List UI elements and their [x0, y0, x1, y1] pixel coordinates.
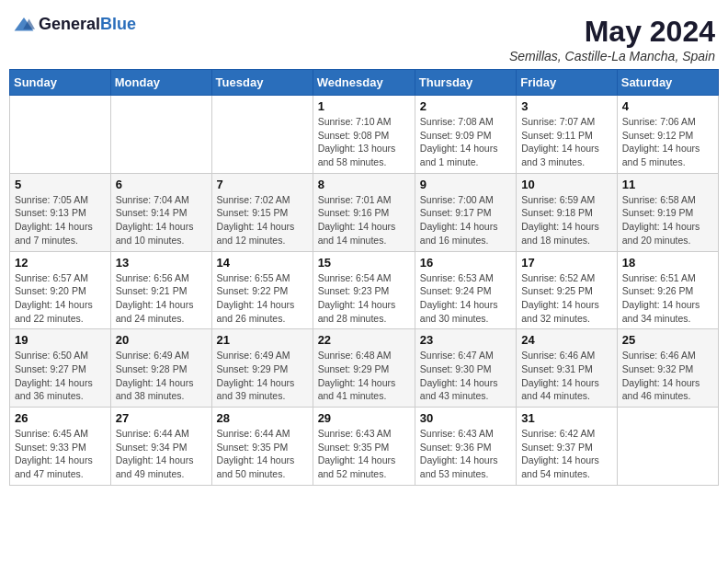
day-number: 19	[15, 333, 106, 347]
logo-text-blue: Blue	[100, 15, 136, 33]
calendar-cell: 13Sunrise: 6:56 AM Sunset: 9:21 PM Dayli…	[110, 251, 211, 329]
weekday-header-thursday: Thursday	[415, 70, 516, 96]
day-info: Sunrise: 6:55 AM Sunset: 9:22 PM Dayligh…	[217, 271, 308, 326]
day-number: 29	[318, 411, 410, 425]
day-number: 30	[420, 411, 511, 425]
calendar-cell: 31Sunrise: 6:42 AM Sunset: 9:37 PM Dayli…	[517, 408, 618, 486]
calendar-cell: 14Sunrise: 6:55 AM Sunset: 9:22 PM Dayli…	[211, 251, 313, 329]
day-number: 23	[420, 333, 511, 347]
logo-icon	[13, 16, 35, 34]
day-number: 9	[420, 178, 511, 191]
month-title: May 2024	[509, 15, 715, 49]
calendar-cell: 1Sunrise: 7:10 AM Sunset: 9:08 PM Daylig…	[313, 96, 415, 174]
day-number: 24	[521, 333, 612, 347]
day-number: 17	[521, 256, 612, 270]
calendar-cell: 10Sunrise: 6:59 AM Sunset: 9:18 PM Dayli…	[517, 173, 618, 251]
day-number: 20	[116, 333, 207, 347]
day-info: Sunrise: 7:08 AM Sunset: 9:09 PM Dayligh…	[420, 115, 511, 169]
day-number: 12	[15, 256, 106, 270]
calendar-cell: 9Sunrise: 7:00 AM Sunset: 9:17 PM Daylig…	[415, 173, 516, 251]
day-info: Sunrise: 7:02 AM Sunset: 9:15 PM Dayligh…	[217, 193, 308, 247]
page-header: GeneralBlue May 2024 Semillas, Castille-…	[9, 9, 719, 63]
day-info: Sunrise: 6:43 AM Sunset: 9:36 PM Dayligh…	[420, 427, 511, 481]
weekday-header-friday: Friday	[517, 70, 618, 96]
weekday-header-saturday: Saturday	[617, 70, 718, 96]
day-number: 15	[318, 256, 410, 270]
calendar-cell: 23Sunrise: 6:47 AM Sunset: 9:30 PM Dayli…	[415, 329, 516, 408]
calendar-week-row: 5Sunrise: 7:05 AM Sunset: 9:13 PM Daylig…	[10, 173, 719, 251]
calendar-cell: 12Sunrise: 6:57 AM Sunset: 9:20 PM Dayli…	[10, 251, 111, 329]
calendar-cell: 20Sunrise: 6:49 AM Sunset: 9:28 PM Dayli…	[110, 329, 211, 408]
day-number: 3	[521, 99, 612, 113]
calendar-cell: 8Sunrise: 7:01 AM Sunset: 9:16 PM Daylig…	[313, 173, 415, 251]
day-info: Sunrise: 7:05 AM Sunset: 9:13 PM Dayligh…	[15, 193, 106, 247]
day-info: Sunrise: 6:49 AM Sunset: 9:28 PM Dayligh…	[116, 349, 207, 403]
calendar-week-row: 19Sunrise: 6:50 AM Sunset: 9:27 PM Dayli…	[10, 329, 719, 408]
day-info: Sunrise: 6:43 AM Sunset: 9:35 PM Dayligh…	[318, 427, 410, 481]
calendar-cell: 25Sunrise: 6:46 AM Sunset: 9:32 PM Dayli…	[617, 329, 718, 408]
day-info: Sunrise: 6:53 AM Sunset: 9:24 PM Dayligh…	[420, 271, 511, 326]
calendar-week-row: 26Sunrise: 6:45 AM Sunset: 9:33 PM Dayli…	[10, 408, 719, 486]
calendar-cell: 11Sunrise: 6:58 AM Sunset: 9:19 PM Dayli…	[617, 173, 718, 251]
day-number: 7	[217, 178, 308, 191]
day-info: Sunrise: 7:10 AM Sunset: 9:08 PM Dayligh…	[318, 115, 410, 169]
calendar-cell: 5Sunrise: 7:05 AM Sunset: 9:13 PM Daylig…	[10, 173, 111, 251]
day-info: Sunrise: 7:07 AM Sunset: 9:11 PM Dayligh…	[521, 115, 612, 169]
weekday-header-tuesday: Tuesday	[211, 70, 313, 96]
calendar-cell: 24Sunrise: 6:46 AM Sunset: 9:31 PM Dayli…	[517, 329, 618, 408]
location-title: Semillas, Castille-La Mancha, Spain	[509, 49, 715, 63]
calendar-cell: 26Sunrise: 6:45 AM Sunset: 9:33 PM Dayli…	[10, 408, 111, 486]
calendar-cell: 19Sunrise: 6:50 AM Sunset: 9:27 PM Dayli…	[10, 329, 111, 408]
calendar-cell: 30Sunrise: 6:43 AM Sunset: 9:36 PM Dayli…	[415, 408, 516, 486]
calendar-week-row: 1Sunrise: 7:10 AM Sunset: 9:08 PM Daylig…	[10, 96, 719, 174]
calendar-cell: 4Sunrise: 7:06 AM Sunset: 9:12 PM Daylig…	[617, 96, 718, 174]
calendar-cell: 22Sunrise: 6:48 AM Sunset: 9:29 PM Dayli…	[313, 329, 415, 408]
day-number: 6	[116, 178, 207, 191]
calendar-cell: 15Sunrise: 6:54 AM Sunset: 9:23 PM Dayli…	[313, 251, 415, 329]
day-info: Sunrise: 6:51 AM Sunset: 9:26 PM Dayligh…	[622, 271, 713, 326]
logo-text-general: General	[39, 15, 100, 33]
weekday-header-wednesday: Wednesday	[313, 70, 415, 96]
day-info: Sunrise: 6:56 AM Sunset: 9:21 PM Dayligh…	[116, 271, 207, 326]
day-info: Sunrise: 6:59 AM Sunset: 9:18 PM Dayligh…	[521, 193, 612, 247]
day-number: 27	[116, 411, 207, 425]
calendar-cell: 18Sunrise: 6:51 AM Sunset: 9:26 PM Dayli…	[617, 251, 718, 329]
calendar-cell: 28Sunrise: 6:44 AM Sunset: 9:35 PM Dayli…	[211, 408, 313, 486]
day-info: Sunrise: 6:50 AM Sunset: 9:27 PM Dayligh…	[15, 349, 106, 403]
calendar-cell: 27Sunrise: 6:44 AM Sunset: 9:34 PM Dayli…	[110, 408, 211, 486]
day-info: Sunrise: 6:54 AM Sunset: 9:23 PM Dayligh…	[318, 271, 410, 326]
calendar-cell	[617, 408, 718, 486]
day-info: Sunrise: 6:44 AM Sunset: 9:35 PM Dayligh…	[217, 427, 308, 481]
day-info: Sunrise: 6:58 AM Sunset: 9:19 PM Dayligh…	[622, 193, 713, 247]
day-info: Sunrise: 6:44 AM Sunset: 9:34 PM Dayligh…	[116, 427, 207, 481]
day-number: 5	[15, 178, 106, 191]
day-info: Sunrise: 6:45 AM Sunset: 9:33 PM Dayligh…	[15, 427, 106, 481]
day-info: Sunrise: 7:00 AM Sunset: 9:17 PM Dayligh…	[420, 193, 511, 247]
calendar-cell: 29Sunrise: 6:43 AM Sunset: 9:35 PM Dayli…	[313, 408, 415, 486]
day-number: 22	[318, 333, 410, 347]
calendar-cell: 7Sunrise: 7:02 AM Sunset: 9:15 PM Daylig…	[211, 173, 313, 251]
day-number: 1	[318, 99, 410, 113]
calendar-cell: 3Sunrise: 7:07 AM Sunset: 9:11 PM Daylig…	[517, 96, 618, 174]
calendar-cell: 21Sunrise: 6:49 AM Sunset: 9:29 PM Dayli…	[211, 329, 313, 408]
day-number: 31	[521, 411, 612, 425]
day-info: Sunrise: 6:49 AM Sunset: 9:29 PM Dayligh…	[217, 349, 308, 403]
day-number: 4	[622, 99, 713, 113]
calendar-cell: 6Sunrise: 7:04 AM Sunset: 9:14 PM Daylig…	[110, 173, 211, 251]
calendar-week-row: 12Sunrise: 6:57 AM Sunset: 9:20 PM Dayli…	[10, 251, 719, 329]
day-info: Sunrise: 7:06 AM Sunset: 9:12 PM Dayligh…	[622, 115, 713, 169]
logo: GeneralBlue	[13, 15, 136, 34]
day-number: 25	[622, 333, 713, 347]
day-number: 14	[217, 256, 308, 270]
day-info: Sunrise: 6:52 AM Sunset: 9:25 PM Dayligh…	[521, 271, 612, 326]
day-number: 13	[116, 256, 207, 270]
title-area: May 2024 Semillas, Castille-La Mancha, S…	[509, 15, 715, 63]
calendar-cell: 17Sunrise: 6:52 AM Sunset: 9:25 PM Dayli…	[517, 251, 618, 329]
weekday-header-sunday: Sunday	[10, 70, 111, 96]
calendar-cell: 2Sunrise: 7:08 AM Sunset: 9:09 PM Daylig…	[415, 96, 516, 174]
day-info: Sunrise: 6:57 AM Sunset: 9:20 PM Dayligh…	[15, 271, 106, 326]
day-info: Sunrise: 6:48 AM Sunset: 9:29 PM Dayligh…	[318, 349, 410, 403]
day-number: 2	[420, 99, 511, 113]
calendar-cell	[10, 96, 111, 174]
weekday-header-row: SundayMondayTuesdayWednesdayThursdayFrid…	[10, 70, 719, 96]
